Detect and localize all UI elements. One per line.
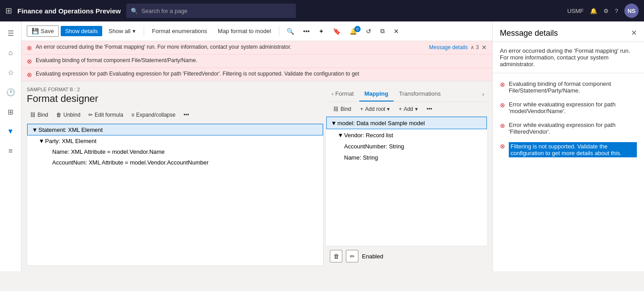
user-avatar[interactable]: NS	[624, 4, 639, 18]
show-all-button[interactable]: Show all ▾	[104, 26, 140, 36]
search-box[interactable]: 🔍	[126, 4, 296, 18]
sidebar: ☰ ⌂ ☆ 🕐 ⊞ ▼ ≡	[0, 21, 21, 271]
right-bind-button[interactable]: ⛓ Bind	[330, 105, 355, 114]
right-bottom: 🗑 ✏ Enabled	[326, 246, 487, 266]
help-icon[interactable]: ?	[615, 8, 618, 14]
topbar: ⊞ Finance and Operations Preview 🔍 USMF …	[0, 0, 644, 21]
sidebar-star[interactable]: ☆	[3, 64, 19, 80]
main-layout: ☰ ⌂ ☆ 🕐 ⊞ ▼ ≡ 💾 Save Show details Show a…	[0, 21, 644, 271]
add-root-chevron: ▾	[387, 106, 390, 112]
sidebar-list[interactable]: ≡	[3, 143, 19, 159]
rt-item-1[interactable]: ▼ Vendor: Record list	[326, 129, 487, 141]
right-more-btn[interactable]: •••	[423, 105, 436, 114]
message-details-link[interactable]: Message details	[429, 44, 468, 51]
unbind-icon: 🗑	[56, 112, 62, 118]
tree-spacer-2	[45, 148, 52, 155]
error-icon-2: ⊗	[27, 58, 32, 65]
more-icon[interactable]: •••	[299, 26, 313, 37]
toolbar-separator-2	[279, 26, 279, 37]
chevron-left-icon: ‹	[332, 90, 333, 97]
show-details-button[interactable]: Show details	[61, 26, 103, 36]
status-badge: Enabled	[362, 253, 383, 260]
tree-toggle-1[interactable]: ▼	[38, 137, 45, 144]
tab-format[interactable]: ‹ Format	[326, 87, 359, 101]
notification-icon[interactable]: 🔔	[590, 8, 597, 14]
error-icon-3: ⊗	[27, 71, 32, 78]
search-toolbar-icon[interactable]: 🔍	[283, 26, 298, 37]
sidebar-home[interactable]: ☰	[3, 25, 19, 41]
sidebar-calendar[interactable]: ⊞	[3, 104, 19, 120]
msg-error-0: ⊗ Evaluating binding of format component…	[493, 77, 644, 97]
format-enumerations-button[interactable]: Format enumerations	[148, 26, 212, 36]
error-close-1[interactable]: ✕	[482, 44, 487, 51]
right-tree: ▼ model: Data model Sample model ▼ Vendo…	[326, 117, 487, 246]
expand-icon: ≡	[131, 112, 134, 118]
tree-item-0[interactable]: ▼ Statement: XML Element	[27, 124, 323, 135]
delete-button[interactable]: 🗑	[330, 250, 342, 262]
badge-icon[interactable]: 🔔 0	[346, 26, 361, 37]
msg-err-text-2: Error while evaluating expression for pa…	[509, 122, 637, 135]
topbar-right: USMF 🔔 ⚙ ? NS	[567, 4, 639, 18]
map-format-button[interactable]: Map format to model	[213, 26, 275, 36]
rt-label-3: Name: String	[344, 154, 378, 161]
msg-panel-title: Message details	[500, 29, 558, 38]
rt-item-2[interactable]: AccountNumber: String	[326, 141, 487, 152]
tab-nav-button[interactable]: ›	[480, 89, 487, 99]
tree-item-3[interactable]: AccountNum: XML Attribute = model.Vendor…	[27, 157, 323, 168]
right-bind-icon: ⛓	[333, 106, 339, 112]
msg-panel-header: Message details ✕	[493, 21, 644, 42]
msg-panel-close-button[interactable]: ✕	[631, 29, 637, 37]
refresh-icon[interactable]: ↺	[362, 26, 375, 37]
sidebar-clock[interactable]: 🕐	[3, 84, 19, 100]
new-window-icon[interactable]: ⧉	[377, 25, 388, 37]
tree-toggle-0[interactable]: ▼	[31, 126, 38, 133]
msg-err-text-1: Error while evaluating expression for pa…	[509, 101, 637, 114]
bookmark-icon[interactable]: 🔖	[329, 26, 344, 37]
unbind-button[interactable]: 🗑 Unbind	[53, 110, 84, 120]
edit-formula-button[interactable]: ✏ Edit formula	[85, 110, 127, 120]
region-label: USMF	[567, 8, 584, 14]
msg-err-icon-0: ⊗	[500, 81, 505, 88]
rt-toggle-0[interactable]: ▼	[330, 119, 337, 127]
rt-toggle-1[interactable]: ▼	[337, 131, 344, 139]
expand-collapse-button[interactable]: ≡ Expand/collapse	[128, 110, 179, 120]
sidebar-home2[interactable]: ⌂	[3, 45, 19, 61]
msg-panel-desc: An error occurred during the 'Format map…	[493, 42, 644, 73]
rt-item-0[interactable]: ▼ model: Data model Sample model	[326, 117, 487, 129]
error-actions-1: Message details ∧ 3 ✕	[429, 44, 487, 51]
bind-button[interactable]: ⛓ Bind	[27, 110, 52, 120]
error-bar-3: ⊗ Evaluating expression for path Evaluat…	[21, 68, 492, 81]
save-button[interactable]: 💾 Save	[27, 25, 59, 37]
toolbar: 💾 Save Show details Show all ▾ Format en…	[21, 21, 492, 41]
tree-item-1[interactable]: ▼ Party: XML Element	[27, 135, 323, 146]
designer-toolbar: ⛓ Bind 🗑 Unbind ✏ Edit formula ≡ Expand/…	[27, 110, 324, 120]
error-text-3: Evaluating expression for path Evaluatin…	[36, 71, 487, 77]
grid-icon[interactable]: ⊞	[5, 6, 12, 16]
close-toolbar-icon[interactable]: ✕	[390, 26, 403, 37]
app-title: Finance and Operations Preview	[17, 7, 121, 15]
error-text-1: An error occurred during the 'Format map…	[36, 44, 425, 50]
sidebar-filter[interactable]: ▼	[3, 123, 19, 139]
msg-err-icon-2: ⊗	[500, 122, 505, 129]
link-icon[interactable]: ✦	[315, 26, 328, 37]
sample-label: SAMPLE FORMAT B : 2	[27, 87, 324, 92]
tab-mapping[interactable]: Mapping	[359, 87, 394, 101]
edit-button[interactable]: ✏	[346, 250, 358, 262]
add-root-button[interactable]: + Add root ▾	[357, 105, 393, 114]
designer-content: SAMPLE FORMAT B : 2 Format designer ⛓ Bi…	[21, 81, 492, 271]
search-input[interactable]	[141, 8, 291, 14]
rt-label-0: model: Data model Sample model	[337, 120, 425, 127]
settings-icon[interactable]: ⚙	[603, 8, 609, 14]
left-tree: ▼ Statement: XML Element ▼ Party: XML El…	[27, 123, 324, 266]
save-icon: 💾	[32, 28, 39, 34]
tree-label-0: Statement: XML Element	[38, 127, 103, 133]
add-button[interactable]: + Add ▾	[395, 105, 421, 114]
rt-item-3[interactable]: Name: String	[326, 152, 487, 163]
tree-label-3: AccountNum: XML Attribute = model.Vendor…	[52, 159, 208, 166]
tab-transformations[interactable]: Transformations	[394, 87, 446, 101]
tree-item-2[interactable]: Name: XML Attribute = model.Vendor.Name	[27, 146, 323, 157]
msg-err-icon-3: ⊗	[500, 143, 505, 150]
search-icon: 🔍	[131, 8, 138, 14]
more-dt-btn[interactable]: •••	[180, 110, 193, 120]
tree-spacer-3	[45, 159, 52, 166]
